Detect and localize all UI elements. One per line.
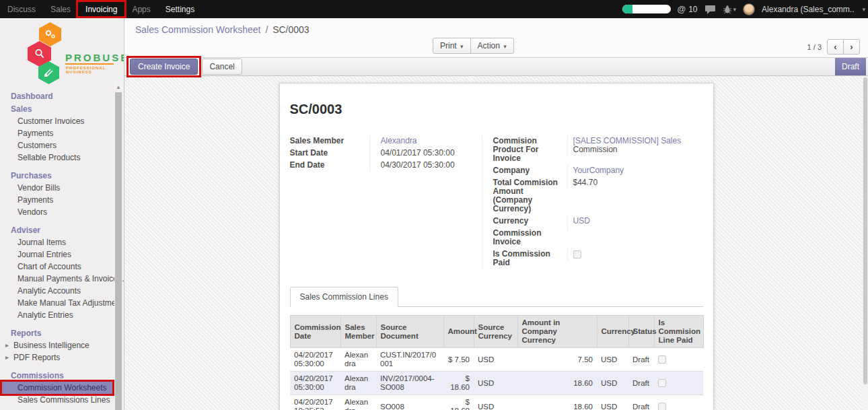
tab-sales-commission-lines[interactable]: Sales Commission Lines [290, 287, 398, 307]
total-commission-value: $44.70 [573, 178, 598, 187]
field-row: Sales Member Alexandra [290, 135, 482, 147]
sidebar: PROBUSE PROFESSIONAL BUSINESS Dashboard … [0, 18, 124, 410]
table-row[interactable]: 04/20/2017 05:30:00 Alexandra CUST.IN/20… [290, 348, 703, 372]
cell-amount-company: 18.60 [517, 395, 597, 410]
topbar-menu-item[interactable]: Sales [43, 0, 78, 18]
field-value[interactable]: 04/30/2017 05:30:00 [381, 160, 455, 170]
pager-previous-button[interactable]: ‹ [827, 39, 844, 55]
statusbar: Create Invoice Cancel Draft [124, 57, 868, 76]
breadcrumb-link[interactable]: Sales Commission Worksheet [135, 24, 260, 35]
sidebar-item[interactable]: Business Intelligence [0, 339, 114, 351]
sidebar-item[interactable]: Payments [0, 127, 114, 139]
sidebar-scrollbar-thumb[interactable] [115, 92, 122, 410]
sidebar-item[interactable]: PDF Reports [0, 351, 114, 364]
cell-commission-date: 04/20/2017 05:30:00 [290, 372, 340, 395]
page-scrollbar[interactable] [863, 76, 868, 410]
activity-count: 10 [688, 5, 697, 14]
sidebar-item[interactable]: Manual Payments & Invoice... [0, 273, 114, 285]
sidebar-item[interactable]: Customers [0, 139, 114, 151]
line-paid-checkbox[interactable] [658, 379, 666, 387]
field-group-right: Commision Product For Invoice [SALES COM… [482, 135, 703, 269]
field-label: Currency [482, 215, 567, 228]
app-window: Discuss Sales Invoicing Apps [0, 0, 868, 410]
cell-commission-date: 04/20/2017 05:30:00 [290, 348, 340, 372]
action-button[interactable]: Action ▾ [470, 38, 514, 54]
logo-name: PROBUSE [65, 52, 124, 63]
record-title: SC/0003 [290, 102, 703, 117]
timer-pill-segment [622, 5, 632, 13]
sidebar-item[interactable]: Commissions [0, 370, 114, 382]
cancel-button[interactable]: Cancel [202, 59, 242, 75]
sidebar-item[interactable]: Sales Commissions Lines [0, 394, 114, 406]
sidebar-item[interactable]: Adviser [0, 224, 114, 236]
field-row: Start Date 04/01/2017 05:30:00 [290, 147, 482, 160]
sidebar-item[interactable]: Customer Invoices [0, 115, 114, 127]
line-paid-checkbox[interactable] [658, 403, 666, 410]
table-header-row: Commission DateSales MemberSource Docume… [290, 316, 703, 348]
column-header: Status [628, 316, 654, 348]
messages-icon[interactable] [704, 5, 716, 14]
sidebar-item[interactable]: Journal Entries [0, 248, 114, 261]
main-layout: PROBUSE PROFESSIONAL BUSINESS Dashboard … [0, 18, 868, 410]
cell-currency: USD [597, 395, 628, 410]
field-row: Is Commission Paid [482, 248, 703, 269]
table-row[interactable]: 04/20/2017 10:35:53 Alexandra SO008 $ 18… [290, 395, 703, 410]
company-link[interactable]: YourCompany [573, 166, 624, 175]
sidebar-item[interactable]: Analytic Entries [0, 309, 114, 321]
topbar-menu-item[interactable]: Invoicing [78, 0, 124, 18]
sidebar-item[interactable]: Journal Items [0, 236, 114, 248]
line-paid-checkbox[interactable] [658, 355, 666, 364]
user-menu[interactable]: Alexandra (Sales_comm.. [762, 5, 854, 14]
field-value[interactable]: Alexandra [381, 136, 417, 145]
topbar-menu-item[interactable]: Discuss [0, 0, 43, 18]
field-label: Is Commission Paid [482, 248, 567, 269]
cell-sales-member: Alexandra [340, 348, 376, 372]
sidebar-item[interactable]: Dashboard [0, 90, 114, 102]
sidebar-item[interactable]: Make Manual Tax Adjustme... [0, 297, 114, 309]
sidebar-item[interactable]: Payments [0, 194, 114, 206]
commission-lines-table: Commission DateSales MemberSource Docume… [290, 315, 704, 410]
topbar-menu-item[interactable]: Settings [158, 0, 202, 18]
sidebar-item[interactable]: Chart of Accounts [0, 261, 114, 273]
sidebar-item[interactable]: Sellable Products [0, 151, 114, 164]
currency-link[interactable]: USD [573, 216, 590, 226]
sidebar-item[interactable]: Commission Worksheets [0, 382, 114, 394]
field-row: Company YourCompany [482, 165, 703, 177]
breadcrumb-current: SC/0003 [273, 24, 309, 35]
caret-down-icon: ▾ [862, 6, 865, 13]
pager: 1 / 3 ‹ › [807, 39, 860, 55]
debug-icon[interactable]: ▾ [723, 5, 737, 14]
column-header: Source Document [376, 316, 443, 348]
sidebar-scrollbar[interactable]: ▲ [114, 83, 122, 410]
cell-source-currency: USD [474, 372, 517, 395]
activity-counter[interactable]: @ 10 [678, 4, 698, 14]
sidebar-item[interactable]: Sales [0, 103, 114, 115]
sidebar-item[interactable]: Vendors [0, 206, 114, 218]
topbar-menu-item[interactable]: Apps [124, 0, 157, 18]
table-row[interactable]: 04/20/2017 05:30:00 Alexandra INV/2017/0… [290, 372, 703, 395]
cell-source-document: CUST.IN/2017/0001 [376, 348, 443, 372]
sidebar-item[interactable]: Purchases [0, 170, 114, 182]
cell-status: Draft [628, 348, 654, 372]
avatar[interactable] [743, 3, 755, 15]
control-panel: Sales Commission Worksheet / SC/0003 Pri… [124, 18, 868, 57]
create-invoice-button[interactable]: Create Invoice [130, 59, 198, 75]
cell-amount: $ 18.60 [443, 395, 474, 410]
commission-product-link[interactable]: [SALES COMMISSION] Sales [573, 136, 682, 145]
field-value[interactable]: 04/01/2017 05:30:00 [381, 148, 455, 158]
topbar-right: @ 10 ▾ Alexandra (Sales_comm.. ▾ [622, 0, 868, 18]
sidebar-item[interactable]: Reports [0, 327, 114, 339]
column-header: Amount in Company Currency [517, 316, 597, 348]
page-scrollbar-thumb[interactable] [863, 77, 867, 384]
field-row: Total Commision Amount (Company Currency… [482, 177, 703, 215]
scroll-up-arrow-icon[interactable]: ▲ [114, 83, 122, 92]
chevron-right-icon: › [850, 42, 853, 52]
chevron-left-icon: ‹ [834, 42, 836, 52]
probuse-logo: PROBUSE PROFESSIONAL BUSINESS [0, 22, 124, 75]
sidebar-item[interactable]: Analytic Accounts [0, 285, 114, 297]
pager-next-button[interactable]: › [843, 39, 860, 55]
is-commission-paid-checkbox[interactable] [573, 250, 581, 259]
form-view-area: SC/0003 Sales Member Alexandra [124, 76, 868, 410]
sidebar-item[interactable]: Vendor Bills [0, 182, 114, 194]
print-button[interactable]: Print ▾ [433, 38, 471, 54]
